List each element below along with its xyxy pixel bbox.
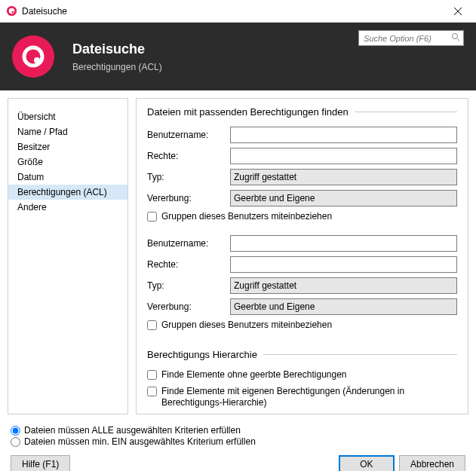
legend-row: Dateien mit passenden Berechtigungen fin…: [147, 106, 457, 118]
help-button[interactable]: Hilfe (F1): [11, 455, 70, 471]
banner: Dateisuche Berechtigungen (ACL): [0, 23, 476, 90]
banner-left: Dateisuche Berechtigungen (ACL): [12, 35, 162, 78]
hierarchy-group: Berechtigungs Hierarchie Finde Elemente …: [147, 349, 457, 414]
permissions-group: Dateien mit passenden Berechtigungen fin…: [147, 106, 457, 335]
include-groups-label-1: Gruppen dieses Benutzers miteinbeziehen: [161, 211, 332, 223]
legend-line-2: [263, 354, 457, 355]
label-vererbung-2: Vererbung:: [147, 301, 230, 312]
rechte-select-1[interactable]: [230, 148, 457, 164]
sidebar-item-0[interactable]: Übersicht: [8, 109, 127, 124]
label-benutzername: Benutzername:: [147, 130, 230, 140]
label-typ-2: Typ:: [147, 280, 230, 291]
footer-criteria: Dateien müssen ALLE ausgewählten Kriteri…: [0, 422, 476, 447]
svg-point-2: [12, 11, 14, 14]
sidebar: ÜbersichtName / PfadBesitzerGrößeDatumBe…: [8, 98, 128, 414]
main-panel: Dateien mit passenden Berechtigungen fin…: [136, 98, 468, 414]
no-inherited-label: Finde Elemente ohne geerbte Berechtigung…: [161, 369, 347, 381]
window-title: Dateisuche: [22, 6, 67, 17]
include-groups-checkbox-1[interactable]: [147, 212, 157, 222]
svg-point-3: [24, 47, 42, 66]
close-button[interactable]: [441, 1, 474, 22]
sidebar-item-4[interactable]: Datum: [8, 170, 127, 185]
rechte-select-2[interactable]: [230, 256, 457, 273]
banner-title: Dateisuche: [72, 41, 162, 57]
group2-legend: Berechtigungs Hierarchie: [147, 349, 263, 360]
include-groups-checkbox-2[interactable]: [147, 320, 157, 330]
svg-line-6: [457, 38, 459, 41]
sidebar-item-6[interactable]: Andere: [8, 200, 127, 215]
banner-text: Dateisuche Berechtigungen (ACL): [72, 41, 162, 72]
search-icon: [451, 32, 460, 44]
svg-point-4: [34, 57, 40, 63]
app-icon: [6, 5, 17, 17]
typ-select-1[interactable]: Zugriff gestattet: [230, 169, 457, 185]
legend-line: [355, 112, 457, 112]
criteria-all-radio[interactable]: [11, 426, 20, 436]
label-rechte-2: Rechte:: [147, 259, 230, 270]
titlebar: Dateisuche: [0, 0, 476, 23]
sidebar-item-1[interactable]: Name / Pfad: [8, 124, 127, 139]
criteria-all-label: Dateien müssen ALLE ausgewählten Kriteri…: [24, 425, 241, 436]
search-input[interactable]: [358, 30, 464, 46]
label-rechte: Rechte:: [147, 151, 230, 161]
no-inherited-checkbox[interactable]: [147, 370, 157, 380]
vererbung-select-1[interactable]: Geerbte und Eigene: [230, 190, 457, 206]
own-permissions-checkbox[interactable]: [147, 387, 157, 396]
typ-select-2[interactable]: Zugriff gestattet: [230, 277, 457, 294]
include-groups-label-2: Gruppen dieses Benutzers miteinbeziehen: [161, 320, 332, 332]
ok-button[interactable]: OK: [339, 455, 395, 471]
titlebar-left: Dateisuche: [6, 5, 67, 17]
button-bar: Hilfe (F1) OK Abbrechen: [0, 448, 476, 471]
group1-legend: Dateien mit passenden Berechtigungen fin…: [147, 106, 355, 118]
label-vererbung: Vererbung:: [147, 193, 230, 203]
own-permissions-label: Finde Elemente mit eigenen Berechtigunge…: [161, 386, 457, 409]
cancel-button[interactable]: Abbrechen: [399, 455, 465, 471]
sidebar-item-5[interactable]: Berechtigungen (ACL): [8, 185, 127, 200]
svg-point-5: [453, 34, 458, 39]
label-typ: Typ:: [147, 172, 230, 182]
label-benutzername-2: Benutzername:: [147, 238, 230, 249]
benutzername-input-2[interactable]: [230, 235, 457, 252]
criteria-one-label: Dateien müssen min. EIN ausgewähltes Kri…: [24, 436, 256, 447]
body: ÜbersichtName / PfadBesitzerGrößeDatumBe…: [0, 90, 476, 422]
svg-point-1: [9, 8, 15, 14]
buttons-right: OK Abbrechen: [339, 455, 465, 471]
banner-subtitle: Berechtigungen (ACL): [72, 62, 162, 72]
benutzername-input-1[interactable]: [230, 127, 457, 143]
logo-icon: [12, 35, 54, 78]
legend-row-2: Berechtigungs Hierarchie: [147, 349, 457, 360]
sidebar-item-3[interactable]: Größe: [8, 154, 127, 170]
sidebar-item-2[interactable]: Besitzer: [8, 139, 127, 154]
vererbung-select-2[interactable]: Geerbte und Eigene: [230, 298, 457, 315]
criteria-one-radio[interactable]: [11, 437, 20, 447]
search-box: [358, 30, 464, 46]
